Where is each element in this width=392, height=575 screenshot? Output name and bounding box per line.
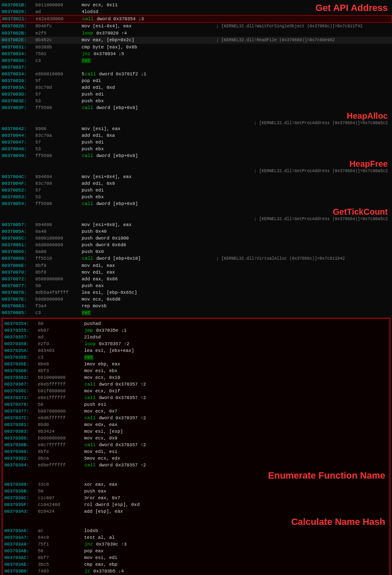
- cell-mnemonic: mov ecx, 0x7: [84, 408, 219, 415]
- cell-bytes: 8bf8: [35, 269, 82, 276]
- cell-mnemonic: rol dword [esp], 0xd: [84, 501, 219, 508]
- cell-mnemonic: push 0x0: [82, 248, 216, 255]
- table-row: 00370034:7501jnz 0x370034 ↓5: [0, 51, 392, 57]
- cell-address: 00370034:: [2, 51, 35, 57]
- cell-bytes: e2f5: [35, 30, 82, 37]
- cell-address: 0037037C:: [4, 415, 38, 421]
- table-row: 00370386:b909000000mov ecx, 0x9: [3, 435, 389, 442]
- cell-address: 00370037:: [2, 64, 35, 71]
- cell-mnemonic: test al, al: [84, 534, 219, 541]
- cell-bytes: e8beffffff: [38, 462, 84, 469]
- cell-mnemonic: 1mov ebp, eax: [84, 361, 219, 367]
- cell-address: 003703AC:: [4, 554, 38, 561]
- disasm-container: Get API Address0037001B:b911000000mov ec…: [0, 0, 392, 575]
- cell-bytes: ff5510: [35, 255, 82, 262]
- table-row: 00370355:eb07jmp 0x37035e ↓1: [3, 327, 389, 334]
- cell-mnemonic: mov [esi-0x4], eax: [82, 23, 216, 29]
- cell-bytes: e8b9010000: [35, 71, 82, 77]
- cell-mnemonic: call dword 0x370354 ↓3: [82, 16, 217, 22]
- cell-address: 0037039B:: [4, 488, 38, 495]
- cell-mnemonic: jnz 0x370034 ↓5: [82, 51, 216, 57]
- cell-address: 003703AB:: [4, 548, 38, 554]
- annotation-get-api-top: Get API Address: [315, 3, 388, 13]
- cell-comment: ; [KERNEL32.dll!VirtualAlloc (0x37066c)]…: [216, 256, 390, 262]
- cell-bytes: 53: [35, 194, 82, 200]
- cell-mnemonic: mov ecx, 0x9: [84, 435, 219, 442]
- table-row: 003703B0:7403jz 0x3703b5 ↓4: [3, 568, 389, 575]
- cell-mnemonic: mov eax, [ebp+0x2c]: [82, 37, 216, 43]
- cell-bytes: 53: [35, 98, 82, 104]
- cell-bytes: e2fd: [38, 341, 84, 347]
- table-row: 00370381:8bd0mov edx, eax: [3, 421, 389, 428]
- cell-address: 00370392:: [4, 455, 38, 462]
- cell-address: 0037038B:: [4, 442, 38, 448]
- cell-mnemonic: mov [esi], eax: [82, 125, 216, 132]
- cell-mnemonic: push ebx: [82, 98, 216, 104]
- cell-bytes: 8db5a4f9ffff: [35, 289, 82, 296]
- cell-address: 0037002B:: [2, 30, 35, 37]
- cell-address: 00370036:: [2, 57, 35, 64]
- cell-bytes: b9d8060000: [35, 296, 82, 303]
- cell-mnemonic: call dword 0x370357 ↑2: [84, 394, 219, 401]
- table-row: 0037035A:8d3403lea esi, [ebx+eax]: [3, 347, 389, 354]
- cell-bytes: 7501: [35, 51, 82, 57]
- cell-bytes: 3bc5: [38, 561, 84, 568]
- cell-mnemonic: pop eax: [84, 548, 219, 554]
- cell-address: 00370383:: [4, 428, 38, 435]
- cell-address: 003703A9:: [4, 541, 38, 548]
- table-row: 0037003A:83c70dadd edi, 0xd: [0, 84, 392, 91]
- cell-bytes: f3a4: [35, 303, 82, 309]
- cell-address: 00370026:: [2, 23, 35, 29]
- cell-mnemonic: cmp eax, ebp: [84, 561, 219, 568]
- cell-bytes: 56: [38, 401, 84, 408]
- cell-address: 00370031:: [2, 44, 35, 51]
- cell-address: 00370386:: [4, 435, 38, 442]
- table-row: 00370047:57push edi: [0, 139, 392, 146]
- cell-bytes: 8be8: [38, 361, 84, 367]
- cell-bytes: c1c807: [38, 495, 84, 501]
- cell-bytes: eb07: [38, 327, 84, 334]
- table-row: 00370054:ff5508call dword [ebp+0x8]: [0, 200, 392, 207]
- cell-mnemonic: lodsb: [84, 527, 219, 534]
- cell-address: 00370052:: [2, 187, 35, 194]
- table-row: 0037036C:b91f000000mov ecx, 0x1f: [3, 388, 389, 394]
- table-row: 0037039C:c1c8073ror eax, 0x7: [3, 495, 389, 501]
- cell-mnemonic: call dword [ebp+0x10]: [82, 255, 216, 262]
- cell-bytes: 83c70a: [35, 132, 82, 139]
- cell-address: 003703A3:: [4, 508, 38, 515]
- cell-mnemonic: rep movsb: [82, 303, 216, 309]
- cell-bytes: 58: [38, 548, 84, 554]
- cell-bytes: 0586000000: [35, 276, 82, 282]
- cell-mnemonic: lea esi, [ebp-0x65c]: [82, 289, 216, 296]
- table-row: 00370061:68d8060000push dword 0x6d8: [0, 242, 392, 248]
- cell-bytes: 8b3424: [38, 428, 84, 435]
- table-row: 00370048:53push ebx: [0, 146, 392, 152]
- cell-mnemonic: call dword 0x370357 ↑2: [84, 415, 219, 421]
- cell-mnemonic: push esi: [84, 401, 219, 408]
- table-row: 00370394:e8beffffffcall dword 0x370357 ↑…: [3, 462, 389, 469]
- cell-address: 0037003D:: [2, 91, 35, 98]
- cell-address: 003703A6:: [4, 527, 38, 534]
- cell-address: 00370399:: [4, 481, 38, 488]
- cell-address: 00370355:: [4, 327, 38, 334]
- cell-bytes: 894604: [35, 173, 82, 180]
- table-row: 00370052:57push edi: [0, 187, 392, 194]
- cell-mnemonic: mov edi, eax: [82, 269, 216, 276]
- cell-bytes: 6800100000: [35, 235, 82, 242]
- cell-bytes: 8bf8: [35, 262, 82, 269]
- table-row: 0037003D:57push edi: [0, 91, 392, 98]
- cell-mnemonic: cmp byte [eax], 0x8b: [82, 44, 216, 51]
- table-row: 0037038B:e8c7ffffffcall dword 0x370357 ↑…: [3, 442, 389, 448]
- cell-bytes: 50: [35, 282, 82, 289]
- cell-address: 00370371:: [4, 394, 38, 401]
- cell-mnemonic: push 0x40: [82, 228, 216, 235]
- table-row: 0037035E:8be81mov ebp, eax: [3, 361, 389, 367]
- table-row: 00370358:e2fdloop 0x370357 ↑2: [3, 341, 389, 347]
- cell-bytes: e8e1ffffff: [38, 394, 84, 401]
- table-row: 003703A3:010424add [esp], eax: [3, 508, 389, 515]
- cell-address: 0037003A:: [2, 84, 35, 91]
- cell-address: 0037003F:: [2, 104, 35, 111]
- table-row: 00370049:ff5508call dword [ebp+0x8]: [0, 152, 392, 159]
- table-row: 0037037C:e8d6ffffffcall dword 0x370357 ↑…: [3, 415, 389, 421]
- cell-address: 00370070:: [2, 269, 35, 276]
